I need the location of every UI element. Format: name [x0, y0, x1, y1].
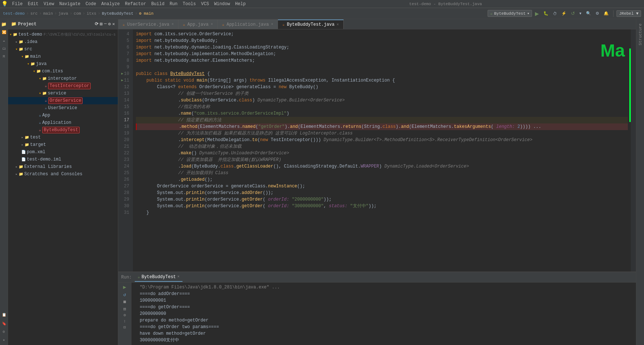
menu-analyze[interactable]: Analyze [99, 1, 122, 7]
breadcrumb-demo[interactable]: test-demo [3, 11, 25, 16]
bottom-icon-1[interactable]: 📋 [0, 311, 8, 319]
maven-icon[interactable]: M [0, 53, 8, 60]
breadcrumb-com[interactable]: com [74, 11, 81, 16]
tree-label: src [24, 47, 32, 52]
tree-item-target[interactable]: ▸ 📁 target [8, 141, 118, 148]
tab-close-app[interactable]: × [211, 22, 213, 26]
bottom-icon-3[interactable]: ⚙ [0, 328, 8, 335]
tree-item-interceptor[interactable]: ▾ 📁 interceptor [8, 75, 118, 82]
run-settings-icon[interactable]: ⚙ [123, 313, 126, 317]
close-panel-icon[interactable]: ✕ [112, 21, 115, 27]
run-scroll-icon[interactable]: ↕ [123, 319, 126, 323]
structure-icon[interactable]: 🗂 [0, 45, 8, 52]
run-tab-bytebuddytest[interactable]: ☕ ByteBuddyTest × [135, 273, 182, 282]
menu-window[interactable]: Window [212, 1, 232, 7]
reload-button[interactable]: ↺ [569, 10, 576, 17]
tree-item-service[interactable]: ▾ 📁 service [8, 90, 118, 97]
tab-application[interactable]: ☕ Application.java × [218, 19, 278, 29]
tree-label: java [36, 61, 47, 67]
more-toolbar[interactable]: ▾ [578, 10, 583, 17]
tree-label: com.itxs [42, 69, 63, 74]
profile-button[interactable]: ⚡ [560, 10, 568, 17]
run-output[interactable]: "D:\Program Files\Java\jdk1.8.0_281\bin\… [131, 283, 636, 345]
tree-item-testinterceptor[interactable]: ☕ TestInterceptor [8, 82, 118, 90]
gear-icon[interactable]: ⚙ [108, 21, 111, 27]
tree-item-userservice[interactable]: ☕ UserService [8, 104, 118, 112]
run-tab-close[interactable]: × [177, 275, 180, 279]
tab-bytebuddytest[interactable]: ☕ ByteBuddyTest.java × [278, 19, 344, 29]
run-fold-icon[interactable]: ⊟ [123, 325, 126, 330]
code-minimap[interactable] [631, 29, 636, 272]
search-toolbar[interactable]: 🔍 [585, 10, 593, 17]
run-stop-icon[interactable]: ■ [123, 299, 126, 305]
tree-item-src[interactable]: ▾ 📁 src [8, 46, 118, 53]
tree-label: pom.xml [27, 150, 45, 155]
menu-view[interactable]: View [41, 1, 57, 7]
run-panel: Run: ☕ ByteBuddyTest × ▶ ↺ ■ ▤ ⚙ ↕ ⊟ [118, 272, 636, 345]
tab-close-userservice[interactable]: × [171, 22, 174, 26]
tab-userservice[interactable]: ☕ UserService.java × [118, 19, 178, 29]
tree-label: main [30, 54, 41, 59]
code-editor[interactable]: 4 5 6 7 8 9 ▶10 ▶11 12 13 14 15 16 17 18… [118, 29, 636, 272]
code-line-15: //指定类的名称 [136, 104, 628, 110]
tree-item-main[interactable]: ▾ 📁 main [8, 53, 118, 60]
tree-item-test-demo[interactable]: ▾ 📁 test-demo F:\SVN工作项目\CU\CU_V3\tools\… [8, 31, 118, 38]
menu-help[interactable]: Help [233, 1, 248, 7]
menu-code[interactable]: Code [83, 1, 98, 7]
code-line-29: System.out.println(orderService.getOrder… [136, 196, 628, 203]
tab-close-bytebuddytest[interactable]: × [337, 23, 339, 27]
menu-navigate[interactable]: Navigate [57, 1, 83, 7]
collapse-icon[interactable]: ─ [104, 21, 106, 27]
code-line-27: OrderService orderService = generateClas… [136, 183, 628, 190]
project-view-icon[interactable]: 📁 [0, 21, 8, 28]
menu-file[interactable]: File [10, 1, 25, 7]
debug-button[interactable]: 🐛 [542, 10, 550, 17]
breadcrumb-main[interactable]: main [43, 11, 53, 16]
tree-item-bytebuddytest[interactable]: ☕ ByteBuddyTest [8, 126, 118, 134]
run-rerun-icon[interactable]: ↺ [123, 292, 126, 298]
menu-build[interactable]: Build [149, 1, 167, 7]
breadcrumb-java[interactable]: java [58, 11, 68, 16]
breadcrumb-itxs[interactable]: itxs [87, 11, 96, 16]
favorites-icon[interactable]: ★ [0, 336, 8, 344]
breadcrumb-bytebuddytest[interactable]: ByteBuddyTest [102, 11, 133, 16]
tree-item-comitxs[interactable]: ▾ 📁 com.itxs [8, 68, 118, 75]
run-button[interactable]: ▶ [533, 10, 540, 17]
menu-refactor[interactable]: Refactor [123, 1, 148, 7]
tree-item-application[interactable]: ☕ Application [8, 119, 118, 126]
tab-app[interactable]: ☕ App.java × [178, 19, 218, 29]
bottom-icon-2[interactable]: 🔖 [0, 320, 8, 327]
tree-item-orderservice[interactable]: ☕ OrderService [8, 97, 118, 104]
tree-item-scratches[interactable]: ▸ 📁 Scratches and Consoles [8, 170, 118, 178]
tree-label: External Libraries [24, 164, 72, 169]
tree-item-java[interactable]: ▾ 📁 java [8, 60, 118, 68]
tree-item-extlibs[interactable]: ▸ 📁 External Libraries [8, 163, 118, 170]
tree-item-pom[interactable]: 📄 pom.xml [8, 148, 118, 156]
tree-item-app[interactable]: ☕ App [8, 112, 118, 119]
menu-tools[interactable]: Tools [181, 1, 198, 7]
project-title: Project [18, 22, 36, 27]
run-config[interactable]: ☕ ByteBuddyTest ▾ [488, 10, 532, 17]
settings-toolbar[interactable]: ⚙ [594, 10, 601, 17]
menu-vcs[interactable]: VCS [199, 1, 211, 7]
tree-item-iml[interactable]: 📄 test-demo.iml [8, 156, 118, 163]
sync-icon[interactable]: ⟳ [95, 21, 98, 27]
breadcrumb-src[interactable]: src [30, 11, 38, 16]
run-play-icon[interactable]: ▶ [123, 284, 126, 290]
breadcrumb-method[interactable]: ⚙ main [139, 11, 154, 16]
coverage-button[interactable]: ⏱ [551, 11, 558, 17]
tab-close-application[interactable]: × [271, 22, 273, 26]
commit-icon[interactable]: 🔀 [0, 29, 8, 36]
cloud-icon[interactable]: ☁ [0, 37, 8, 44]
expand-icon[interactable]: ⊞ [100, 21, 102, 27]
linenum-5: 5 [118, 37, 131, 44]
code-content[interactable]: import com.itxs.service.OrderService; im… [133, 29, 631, 272]
jrebel-label[interactable]: JRebel ▼ [616, 10, 641, 17]
run-filter-icon[interactable]: ▤ [123, 306, 126, 311]
notifications-toolbar[interactable]: 🔔 [602, 10, 610, 17]
structure-tab[interactable]: Structure [637, 21, 644, 48]
tree-item-idea[interactable]: ▸ 📁 .idea [8, 38, 118, 46]
menu-run[interactable]: Run [167, 1, 180, 7]
tree-item-test[interactable]: ▸ 📁 test [8, 134, 118, 141]
menu-edit[interactable]: Edit [26, 1, 41, 7]
